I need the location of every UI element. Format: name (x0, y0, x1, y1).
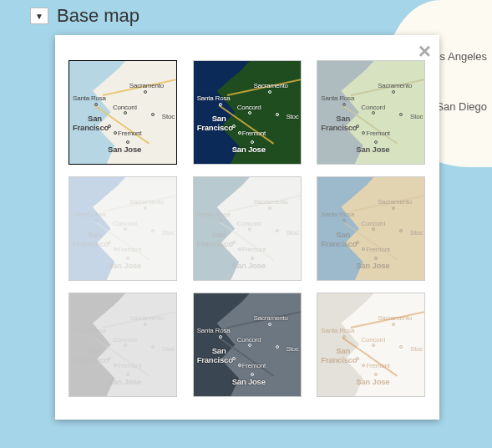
city-label: Sacramento (129, 314, 164, 322)
city-label: San Jose (356, 145, 389, 154)
city-dot (248, 111, 251, 115)
city-label: Fremont (366, 246, 389, 253)
city-label: San (336, 114, 350, 123)
city-dot (276, 345, 279, 349)
city-label: Santa Rosa (73, 94, 106, 102)
city-dot (108, 125, 111, 128)
city-label: Concord (237, 336, 261, 344)
basemap-option-simple[interactable]: SacramentoSanta RosaConcordStocSanFranci… (193, 176, 302, 281)
basemap-option-road[interactable]: SacramentoSanta RosaConcordStocSanFranci… (68, 60, 177, 165)
city-dot (248, 344, 251, 347)
basemap-grid: SacramentoSanta RosaConcordStocSanFranci… (68, 60, 426, 397)
city-label: Concord (237, 104, 261, 111)
close-button[interactable]: × (418, 40, 431, 62)
city-dot (268, 90, 271, 94)
city-dot (232, 241, 236, 244)
city-label: Francisco (197, 123, 233, 132)
city-label: Fremont (118, 130, 141, 137)
city-label: Concord (361, 336, 385, 344)
city-dot (238, 364, 241, 367)
city-label: San Jose (108, 145, 141, 154)
city-label: Santa Rosa (321, 327, 354, 334)
city-label: Sacramento (378, 82, 412, 89)
city-label: Francisco (321, 123, 357, 132)
city-label: Santa Rosa (73, 327, 106, 334)
city-label: San (336, 230, 350, 239)
basemap-option-pale[interactable]: SacramentoSanta RosaConcordStocSanFranci… (68, 176, 177, 281)
city-label: Francisco (321, 239, 357, 248)
city-label: Fremont (242, 246, 266, 253)
city-dot (276, 229, 279, 232)
basemap-dropdown-button[interactable]: ▼ (30, 8, 48, 24)
city-label: Stoc (162, 345, 175, 353)
basemap-option-retro[interactable]: SacramentoSanta RosaConcordStocSanFranci… (317, 293, 425, 397)
city-label: San (212, 114, 226, 123)
city-dot (268, 206, 271, 210)
basemap-picker-popup: × SacramentoSanta RosaConcordStocSanFran… (55, 35, 439, 420)
city-label: Francisco (321, 355, 357, 364)
city-dot (126, 373, 129, 376)
city-label: Francisco (197, 355, 233, 364)
city-label: Francisco (73, 123, 109, 132)
city-label: Sacramento (254, 314, 288, 322)
bg-city-sd: San Diego (436, 100, 487, 113)
city-label: Stoc (286, 229, 298, 237)
city-label: San (88, 114, 102, 123)
city-dot (251, 140, 254, 144)
city-label: San Jose (356, 377, 389, 386)
city-label: Sacramento (254, 82, 288, 89)
chevron-down-icon: ▼ (35, 12, 43, 21)
city-dot (124, 227, 127, 231)
city-label: Concord (113, 104, 137, 111)
city-label: Santa Rosa (321, 211, 354, 218)
city-label: Concord (361, 104, 385, 111)
city-label: Francisco (73, 239, 109, 248)
city-dot (126, 140, 129, 144)
basemap-option-mono[interactable]: SacramentoSanta RosaConcordStocSanFranci… (68, 293, 177, 397)
city-dot (114, 364, 117, 367)
page-title: Base map (57, 5, 139, 27)
city-label: San Jose (232, 261, 266, 270)
city-label: San (212, 230, 226, 239)
city-label: Fremont (118, 362, 141, 369)
city-label: San Jose (356, 261, 389, 270)
city-label: San (88, 346, 102, 355)
city-label: Santa Rosa (197, 94, 231, 102)
city-label: Stoc (410, 229, 423, 237)
city-dot (238, 247, 241, 251)
city-dot (219, 335, 222, 339)
city-dot (108, 357, 111, 360)
city-label: Concord (113, 336, 137, 344)
city-label: Sacramento (378, 198, 412, 206)
city-dot (114, 247, 117, 251)
city-label: San (336, 346, 350, 355)
city-dot (124, 344, 127, 347)
city-label: Fremont (242, 362, 266, 369)
city-label: Sacramento (254, 198, 288, 206)
city-label: Stoc (162, 113, 175, 120)
city-dot (94, 219, 98, 222)
city-dot (151, 345, 155, 349)
city-label: Francisco (197, 239, 233, 248)
basemap-option-dark[interactable]: SacramentoSanta RosaConcordStocSanFranci… (193, 293, 302, 397)
city-label: Santa Rosa (197, 327, 231, 334)
city-dot (248, 227, 251, 231)
city-label: Fremont (118, 246, 141, 253)
city-label: Stoc (410, 345, 423, 353)
city-label: San Jose (108, 261, 141, 270)
city-dot (151, 229, 155, 232)
city-dot (114, 131, 117, 135)
basemap-option-atlas[interactable]: SacramentoSanta RosaConcordStocSanFranci… (317, 176, 425, 281)
header: ▼ Base map (30, 5, 484, 27)
city-label: San Jose (232, 377, 266, 386)
city-dot (151, 113, 155, 116)
city-label: Sacramento (129, 198, 164, 206)
city-dot (94, 103, 98, 106)
city-label: San Jose (108, 377, 141, 386)
city-label: Stoc (286, 345, 298, 353)
city-label: Fremont (366, 130, 389, 137)
city-label: Francisco (73, 355, 109, 364)
city-label: Fremont (242, 130, 266, 137)
basemap-option-terrain[interactable]: SacramentoSanta RosaConcordStocSanFranci… (317, 60, 425, 165)
basemap-option-sat[interactable]: SacramentoSanta RosaConcordStocSanFranci… (193, 60, 302, 165)
